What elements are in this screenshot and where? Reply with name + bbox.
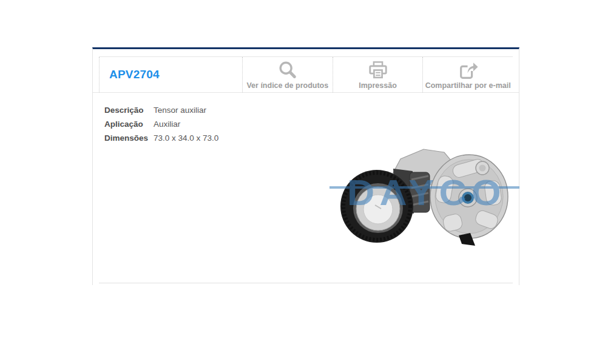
product-attributes: Descrição Tensor auxiliar Aplicação Auxi… — [104, 103, 519, 145]
print-label: Impressão — [359, 81, 397, 90]
header-band: APV2704 Ver índice de produtos — [93, 56, 519, 93]
share-icon — [458, 60, 478, 80]
attribute-label: Aplicação — [104, 117, 154, 131]
view-product-index-button[interactable]: Ver índice de produtos — [242, 57, 333, 92]
attribute-label: Descrição — [104, 103, 154, 117]
page-title: APV2704 — [109, 68, 160, 81]
attribute-value: 73.0 x 34.0 x 73.0 — [154, 131, 218, 145]
attribute-row-dimensions: Dimensões 73.0 x 34.0 x 73.0 — [104, 131, 519, 145]
attribute-label: Dimensões — [104, 131, 154, 145]
attribute-value: Tensor auxiliar — [154, 103, 206, 117]
printer-icon — [368, 60, 388, 80]
share-by-email-button[interactable]: Compartilhar por e-mail — [422, 57, 513, 92]
view-product-index-label: Ver índice de produtos — [246, 81, 328, 90]
attribute-row-description: Descrição Tensor auxiliar — [104, 103, 519, 117]
attribute-value: Auxiliar — [154, 117, 180, 131]
product-photo: DAYCO — [333, 144, 521, 249]
bottom-divider — [99, 283, 513, 283]
attribute-row-application: Aplicação Auxiliar — [104, 117, 519, 131]
dayco-watermark: DAYCO — [347, 172, 506, 213]
part-number-cell: APV2704 — [99, 57, 242, 92]
header-row: APV2704 Ver índice de produtos — [99, 56, 513, 92]
search-icon — [277, 60, 298, 80]
tensioner-illustration: DAYCO — [333, 144, 521, 249]
share-by-email-label: Compartilhar por e-mail — [425, 81, 511, 90]
print-button[interactable]: Impressão — [333, 57, 423, 92]
